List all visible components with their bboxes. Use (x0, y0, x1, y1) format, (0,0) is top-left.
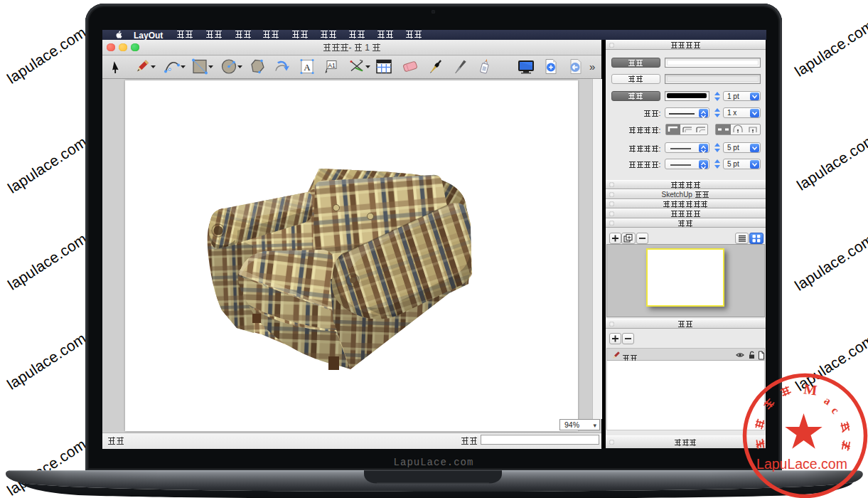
svg-text:A: A (304, 62, 311, 73)
svg-text:»: » (589, 60, 595, 73)
svg-text:A1: A1 (328, 62, 336, 69)
svg-text:LapuLace.com: LapuLace.com (756, 456, 847, 472)
svg-text:a: a (822, 394, 833, 408)
svg-text:c: c (830, 405, 842, 416)
svg-text:M: M (803, 381, 818, 398)
